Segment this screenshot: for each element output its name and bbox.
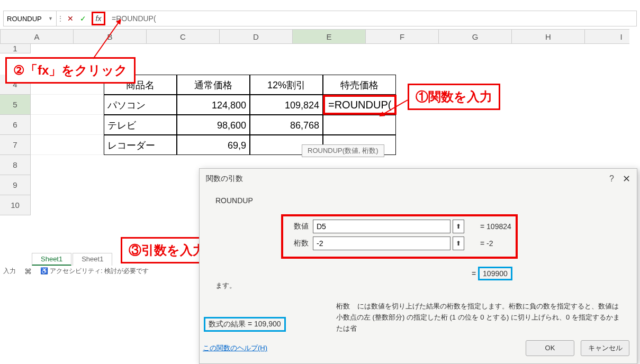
table-header[interactable]: 12%割引 xyxy=(250,75,323,95)
dialog-titlebar[interactable]: 関数の引数 ? ✕ xyxy=(200,169,637,189)
cell[interactable] xyxy=(31,115,104,135)
accessibility-text: アクセシビリティ: 検討が必要です xyxy=(50,267,149,275)
col-header[interactable]: E xyxy=(293,30,366,43)
eq-sign: = xyxy=(472,269,478,278)
cell[interactable]: 86,768 xyxy=(250,115,323,135)
range-picker-icon[interactable]: ⬆ xyxy=(453,220,464,233)
cell[interactable] xyxy=(323,115,396,135)
arg-label: 桁数 xyxy=(287,239,309,248)
range-picker-icon[interactable]: ⬆ xyxy=(453,236,464,250)
cell[interactable]: 69,9 xyxy=(177,135,250,155)
dialog-title-text: 関数の引数 xyxy=(206,174,243,184)
formula-result: 数式の結果 = 109,900 xyxy=(200,315,290,334)
dialog-tail-text: ます。 xyxy=(215,281,624,290)
arg-eval: = -2 xyxy=(480,239,493,248)
fx-icon: fx xyxy=(96,14,102,23)
result-equation: = 109900 xyxy=(472,269,624,278)
desc-text: には数値を切り上げた結果の桁数を指定します。桁数に負の数を指定すると、数値は小数… xyxy=(336,302,620,332)
cell[interactable]: テレビ xyxy=(104,115,177,135)
cancel-button[interactable]: ✕ xyxy=(64,12,77,25)
cell[interactable]: レコーダー xyxy=(104,135,177,155)
row-header[interactable]: 8 xyxy=(0,155,31,175)
cell[interactable]: 124,800 xyxy=(177,95,250,115)
arg-value-input[interactable] xyxy=(313,220,450,233)
sheet-tab[interactable]: Sheet1 xyxy=(73,253,112,266)
table-header[interactable]: 通常価格 xyxy=(177,75,250,95)
function-arguments-dialog: 関数の引数 ? ✕ ROUNDUP 数値 ⬆ = 109824 桁数 ⬆ = -… xyxy=(199,168,637,364)
help-icon[interactable]: ? xyxy=(609,174,614,184)
close-icon[interactable]: ✕ xyxy=(623,173,630,185)
cell[interactable]: 98,600 xyxy=(177,115,250,135)
col-header[interactable]: I xyxy=(585,30,640,43)
callout-1: ①関数を入力 xyxy=(408,84,500,110)
mode-indicator: 入力 xyxy=(3,267,16,276)
chevron-down-icon[interactable]: ▼ xyxy=(48,16,53,21)
wheelchair-icon: ♿ xyxy=(40,267,48,275)
row-header[interactable]: 6 xyxy=(0,115,31,135)
col-header[interactable]: B xyxy=(74,30,147,43)
row-header[interactable]: 9 xyxy=(0,175,31,195)
col-header[interactable]: G xyxy=(439,30,512,43)
row-header[interactable]: 10 xyxy=(0,195,31,215)
row-header[interactable]: 5 xyxy=(0,95,31,115)
arg-digits-input[interactable] xyxy=(313,236,450,250)
row-header[interactable]: 7 xyxy=(0,135,31,155)
function-tooltip: ROUNDUP(数値, 桁数) xyxy=(302,144,384,157)
col-header[interactable]: H xyxy=(512,30,585,43)
cell[interactable] xyxy=(31,135,104,155)
argument-description: 桁数 には数値を切り上げた結果の桁数を指定します。桁数に負の数を指定すると、数値… xyxy=(336,301,624,334)
status-bar: 入力 ⌘ ♿ アクセシビリティ: 検討が必要です xyxy=(3,267,149,276)
col-header[interactable]: C xyxy=(147,30,220,43)
cell[interactable]: 109,824 xyxy=(250,95,323,115)
name-box[interactable]: ROUNDUP ▼ xyxy=(4,11,57,26)
cell[interactable] xyxy=(31,95,104,115)
arg-label: 数値 xyxy=(287,222,309,231)
accept-button[interactable]: ✓ xyxy=(77,12,89,25)
insert-function-button[interactable]: fx xyxy=(92,12,105,25)
sheet-tab[interactable]: Sheet1 xyxy=(32,253,71,266)
result-number: 109,900 xyxy=(254,320,281,328)
column-headers: A B C D E F G H I xyxy=(0,29,629,44)
result-value: 109900 xyxy=(478,267,512,280)
function-help-link[interactable]: この関数のヘルプ(H) xyxy=(203,343,267,353)
formula-input[interactable]: =ROUNDUP( xyxy=(107,14,636,23)
desc-label: 桁数 xyxy=(336,302,350,310)
result-label: 数式の結果 = xyxy=(209,320,254,328)
accessibility-status[interactable]: ♿ アクセシビリティ: 検討が必要です xyxy=(40,267,149,276)
argument-box: 数値 ⬆ = 109824 桁数 ⬆ = -2 xyxy=(281,214,518,259)
function-name-label: ROUNDUP xyxy=(215,196,624,205)
callout-2: ②「fx」をクリック xyxy=(5,57,136,84)
col-header[interactable]: D xyxy=(220,30,293,43)
formula-bar: ROUNDUP ▼ ⋮ ✕ ✓ fx =ROUNDUP( xyxy=(3,11,637,26)
col-header[interactable]: F xyxy=(366,30,439,43)
sheet-tabs: Sheet1 Sheet1 xyxy=(32,253,112,266)
cell[interactable]: パソコン xyxy=(104,95,177,115)
accessibility-icon: ⌘ xyxy=(24,267,32,276)
name-box-text: ROUNDUP xyxy=(7,15,42,23)
row-header[interactable]: 1 xyxy=(0,44,31,53)
ok-button[interactable]: OK xyxy=(526,340,574,356)
cancel-button[interactable]: キャンセル xyxy=(581,340,629,356)
table-header[interactable]: 特売価格 xyxy=(323,75,396,95)
separator: ⋮ xyxy=(57,14,64,23)
col-header[interactable]: A xyxy=(1,30,74,43)
arg-eval: = 109824 xyxy=(480,222,511,231)
